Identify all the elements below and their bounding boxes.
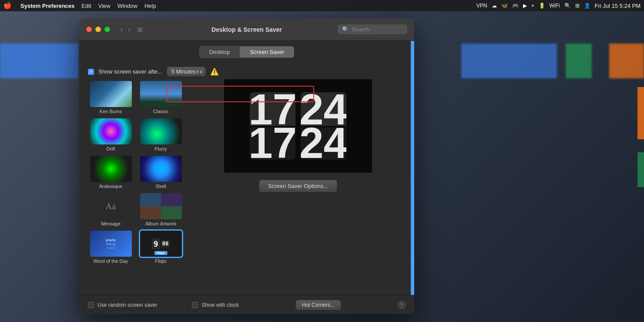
- ss-label-arabesque: Arabesque: [99, 184, 122, 189]
- flip-digit-minute-top: 24: [301, 92, 346, 126]
- notification-icon[interactable]: 👤: [584, 3, 590, 9]
- screensaver-grid: Ken Burns Classic Drift Flurry Arabesque: [88, 81, 184, 264]
- menubar-edit[interactable]: Edit: [81, 3, 91, 9]
- ss-label-album-artwork: Album Artwork: [145, 221, 176, 226]
- tab-desktop[interactable]: Desktop: [199, 46, 240, 58]
- time-dropdown[interactable]: 5 Minutes ⬆⬇: [167, 67, 206, 77]
- ss-label-ken-burns: Ken Burns: [100, 109, 122, 114]
- search-bar[interactable]: 🔍 Search: [338, 24, 407, 34]
- ss-item-classic[interactable]: Classic: [138, 81, 184, 114]
- controlcenter-icon[interactable]: ⊞: [575, 3, 580, 9]
- screensaver-list: Ken Burns Classic Drift Flurry Arabesque: [88, 79, 184, 307]
- minimize-button[interactable]: [95, 27, 101, 32]
- show-with-clock-label: Show with clock: [201, 302, 238, 308]
- flip-hour-number: 17: [250, 92, 295, 126]
- window-right-accent: [411, 18, 414, 314]
- ss-thumb-word-of-day: graphy lexicog bulary: [90, 231, 132, 257]
- menubar-clock: Fri Jul 15 5:24 PM: [595, 3, 641, 9]
- maximize-button[interactable]: [104, 27, 110, 32]
- menubar-right: VPN ☁ 🦋 🎮 ▶ ⌖ 🔋 WiFi 🔍 ⊞ 👤 Fri Jul 15 5:…: [476, 3, 641, 9]
- ss-thumb-classic: [140, 81, 182, 107]
- flip-digit-hour: 17 17: [250, 92, 295, 160]
- window-title: Desktop & Screen Saver: [211, 26, 282, 33]
- ss-item-flurry[interactable]: Flurry: [138, 118, 184, 151]
- ss-thumb-message: Aa: [90, 193, 132, 219]
- time-dropdown-value: 5 Minutes: [171, 68, 196, 75]
- menubar-help[interactable]: Help: [144, 3, 156, 9]
- preview-panel: 17 17 24 24: [191, 79, 406, 307]
- show-with-clock-row: Show with clock: [192, 302, 238, 308]
- traffic-lights: [86, 27, 110, 32]
- bottom-bar: Use random screen saver Show with clock …: [79, 295, 414, 314]
- desktop-right-bar-1: [637, 87, 644, 139]
- flip-minute-number: 24: [301, 92, 346, 126]
- show-with-clock-checkbox[interactable]: [192, 302, 198, 308]
- tabs-bar: Desktop Screen Saver: [79, 41, 414, 63]
- desktop-accent-3: [609, 44, 644, 78]
- ss-label-fliqlo: Fliqlo: [155, 258, 166, 264]
- dropdown-arrow-icon: ⬆⬇: [196, 69, 203, 74]
- game-controller-icon: 🎮: [512, 3, 519, 9]
- ss-item-word-of-day[interactable]: graphy lexicog bulary Word of the Day: [88, 231, 134, 264]
- ss-item-fliqlo[interactable]: 9 00 Fliqlo Fliqlo: [138, 231, 184, 264]
- ss-item-arabesque[interactable]: Arabesque: [88, 156, 134, 189]
- ss-item-album-artwork[interactable]: Album Artwork: [138, 193, 184, 226]
- menubar-view[interactable]: View: [98, 3, 111, 9]
- search-icon: 🔍: [342, 26, 349, 33]
- ss-label-classic: Classic: [153, 109, 168, 114]
- warning-icon: ⚠️: [210, 67, 219, 76]
- close-button[interactable]: [86, 27, 92, 32]
- ss-thumb-arabesque: [90, 156, 132, 182]
- help-button[interactable]: ?: [398, 301, 406, 309]
- menubar-app-name[interactable]: System Preferences: [20, 3, 74, 9]
- flip-clock: 17 17 24 24: [250, 92, 346, 160]
- ss-label-flurry: Flurry: [154, 146, 167, 151]
- ss-item-drift[interactable]: Drift: [88, 118, 134, 151]
- menubar-window[interactable]: Window: [117, 3, 138, 9]
- titlebar: ‹ › ⊞ Desktop & Screen Saver 🔍 Search: [79, 18, 414, 41]
- show-screensaver-checkbox[interactable]: [88, 69, 94, 75]
- flip-digit-minute: 24 24: [301, 92, 346, 160]
- grid-view-button[interactable]: ⊞: [138, 26, 143, 33]
- desktop-accent-4: [566, 44, 592, 78]
- ss-item-shell[interactable]: Shell: [138, 156, 184, 189]
- bluetooth-icon: ⌖: [531, 3, 534, 9]
- random-screensaver-checkbox[interactable]: [88, 302, 94, 308]
- apple-menu-icon[interactable]: 🍎: [3, 2, 12, 10]
- content-area: Ken Burns Classic Drift Flurry Arabesque: [79, 79, 414, 314]
- hot-corners-button[interactable]: Hot Corners...: [295, 300, 341, 310]
- flip-minute-number-bottom: 24: [301, 126, 346, 160]
- show-screensaver-label: Show screen saver afte...: [98, 68, 162, 75]
- ss-label-shell: Shell: [155, 184, 166, 189]
- desktop-accent-1: [0, 44, 78, 78]
- system-preferences-window: ‹ › ⊞ Desktop & Screen Saver 🔍 Search De…: [79, 18, 414, 314]
- ss-label-word-of-day: Word of the Day: [94, 258, 128, 264]
- ss-label-drift: Drift: [106, 146, 115, 151]
- back-button[interactable]: ‹: [119, 25, 124, 34]
- forward-button[interactable]: ›: [126, 25, 132, 34]
- ss-thumb-flurry: [140, 118, 182, 144]
- flip-digit-hour-bottom: 17: [250, 126, 295, 160]
- butterfly-icon: 🦋: [501, 3, 508, 9]
- random-screensaver-label: Use random screen saver: [97, 302, 157, 308]
- wifi-icon: WiFi: [550, 3, 560, 9]
- menubar: 🍎 System Preferences Edit View Window He…: [0, 0, 644, 11]
- ss-thumb-shell: [140, 156, 182, 182]
- ss-thumb-album: [140, 193, 182, 219]
- random-screensaver-row: Use random screen saver: [88, 302, 157, 308]
- flip-digit-minute-bottom: 24: [301, 126, 346, 160]
- desktop-accent-2: [461, 44, 557, 78]
- screen-saver-options-button[interactable]: Screen Saver Options...: [259, 180, 337, 192]
- tab-screen-saver[interactable]: Screen Saver: [240, 46, 294, 58]
- ss-thumb-ken-burns: [90, 81, 132, 107]
- ss-thumb-drift: [90, 118, 132, 144]
- cloud-icon: ☁: [492, 3, 497, 9]
- play-icon: ▶: [523, 3, 527, 9]
- flip-hour-number-bottom: 17: [250, 126, 295, 160]
- nav-arrows: ‹ ›: [119, 25, 132, 34]
- ss-item-ken-burns[interactable]: Ken Burns: [88, 81, 134, 114]
- search-icon[interactable]: 🔍: [564, 3, 571, 9]
- ss-item-message[interactable]: Aa Message: [88, 193, 134, 226]
- desktop-right-bar-2: [637, 152, 644, 187]
- flip-digit-hour-top: 17: [250, 92, 295, 126]
